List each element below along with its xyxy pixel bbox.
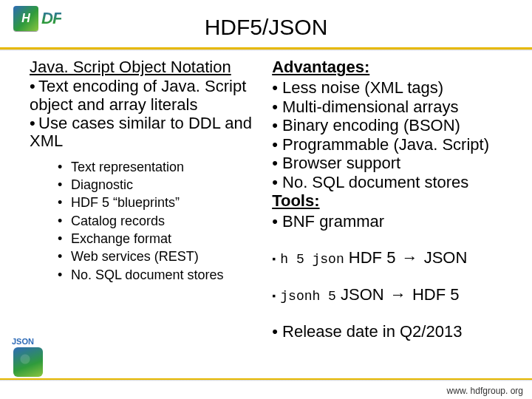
arrow-icon: →: [390, 285, 406, 304]
adv-text: Browser support: [282, 154, 400, 172]
left-bullet: •Use cases similar to DDL and XML: [30, 115, 259, 151]
adv-bullet: • Programmable (Java. Script): [272, 135, 517, 154]
list-item: Text representation: [58, 158, 259, 176]
json-heading: Java. Script Object Notation: [30, 58, 259, 76]
adv-bullet: • Binary encoding (BSON): [272, 116, 517, 135]
slide: H DF HDF5/JSON Java. Script Object Notat…: [0, 0, 532, 399]
hdf-json-icon: [13, 347, 43, 377]
list-item: Web services (REST): [58, 248, 259, 265]
divider-top: [0, 47, 532, 51]
left-bullet-text: Text encoding of Java. Script object and…: [30, 77, 246, 114]
tools-heading: Tools:: [272, 191, 517, 211]
left-bullet: •Text encoding of Java. Script object an…: [30, 78, 259, 114]
tool2-from: JSON: [341, 285, 384, 304]
left-sub-list: Text representation Diagnostic HDF 5 “bl…: [58, 158, 259, 284]
list-item: Catalog records: [58, 212, 259, 230]
tools-bnf-text: BNF grammar: [282, 212, 384, 231]
adv-bullet: • No. SQL document stores: [272, 173, 517, 192]
left-column: Java. Script Object Notation •Text encod…: [30, 58, 259, 371]
adv-text: Binary encoding (BSON): [282, 116, 460, 134]
footer-url: www. hdfgroup. org: [447, 386, 523, 396]
adv-bullet: • Less noise (XML tags): [272, 78, 517, 98]
tool1-cmd: h 5 json: [280, 252, 344, 267]
arrow-icon: →: [402, 248, 418, 267]
release-text: Release date in Q2/2013: [282, 322, 462, 341]
adv-text: Programmable (Java. Script): [282, 135, 489, 154]
adv-text: Multi-dimensional arrays: [282, 98, 458, 116]
adv-text: Less noise (XML tags): [282, 78, 443, 97]
list-item: Diagnostic: [58, 176, 259, 194]
slide-title: HDF5/JSON: [0, 15, 532, 40]
left-bullet-text: Use cases similar to DDL and XML: [30, 114, 252, 151]
tool-line-2: ▪ jsonh 5 JSON → HDF 5: [272, 284, 517, 306]
advantages-heading: Advantages:: [272, 58, 517, 77]
tool1-to: JSON: [424, 248, 468, 267]
adv-bullet: • Browser support: [272, 154, 517, 173]
tools-bnf: • BNF grammar: [272, 212, 517, 231]
divider-bottom: [0, 378, 532, 381]
list-item: Exchange format: [58, 230, 259, 248]
adv-bullet: • Multi-dimensional arrays: [272, 98, 517, 117]
tool-line-1: ▪ h 5 json HDF 5 → JSON: [272, 248, 517, 269]
json-badge-label: JSON: [12, 337, 34, 346]
tool2-to: HDF 5: [412, 285, 460, 304]
list-item: HDF 5 “blueprints”: [58, 194, 259, 211]
release-bullet: • Release date in Q2/2013: [272, 322, 517, 341]
bottom-logo: JSON: [13, 347, 43, 377]
right-column: Advantages: • Less noise (XML tags) • Mu…: [272, 58, 517, 371]
tool2-cmd: jsonh 5: [280, 289, 336, 304]
adv-text: No. SQL document stores: [282, 173, 468, 191]
content-columns: Java. Script Object Notation •Text encod…: [30, 58, 517, 371]
tool1-from: HDF 5: [349, 248, 396, 267]
list-item: No. SQL document stores: [58, 266, 259, 284]
